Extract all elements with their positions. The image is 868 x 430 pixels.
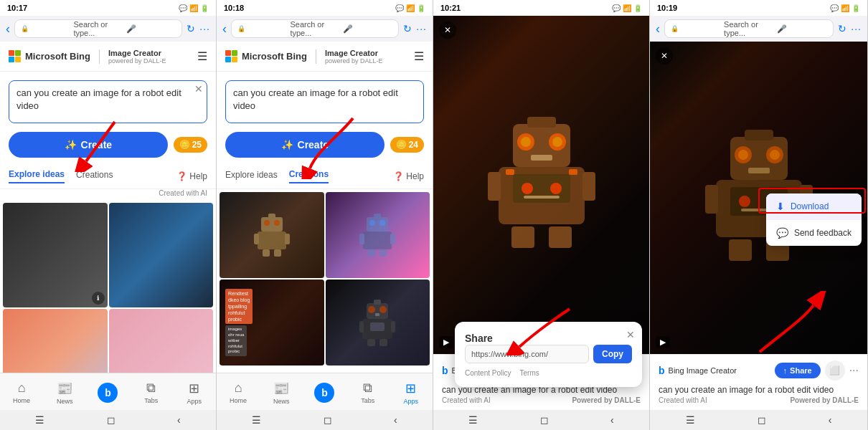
more-button-2[interactable]: ··· (416, 23, 427, 34)
nav-home-1[interactable]: ⌂ Home (6, 381, 37, 404)
copy-button-3[interactable]: Copy (593, 345, 632, 363)
back-ctrl-2[interactable]: ‹ (394, 414, 397, 426)
search-box-2[interactable]: can you create an image for a robot edit… (225, 80, 424, 123)
dropdown-feedback-4[interactable]: 💬 Send feedback (766, 220, 862, 246)
image-creator-label-2: Image Creator powered by DALL-E (325, 49, 383, 64)
share-url-input-3[interactable]: https://www.bing.com/ (465, 345, 589, 363)
back-button-2[interactable]: ‹ (222, 22, 227, 37)
feedback-label-4: Send feedback (794, 228, 852, 238)
dropdown-download-4[interactable]: ⬇ Download (766, 194, 862, 220)
svg-rect-17 (368, 249, 375, 257)
menu-ctrl-2[interactable]: ☰ (252, 414, 261, 426)
news-label-2: News (273, 398, 290, 405)
clear-button-1[interactable]: ✕ (194, 83, 203, 95)
image-grid-2: Rendtestdkeo blogtppallingrohfulutprobic… (217, 189, 433, 368)
nav-home-2[interactable]: ⌂ Home (222, 381, 254, 404)
menu-ctrl-3[interactable]: ☰ (468, 414, 478, 426)
back-ctrl-1[interactable]: ‹ (177, 414, 181, 426)
mic-icon-2[interactable]: 🎤 (343, 24, 392, 34)
create-button-1[interactable]: ✨ Create (9, 132, 168, 158)
home-ctrl-1[interactable]: ◻ (107, 414, 115, 426)
image-pink[interactable] (109, 309, 214, 373)
phone-controls-4: ☰ ◻ ‹ (650, 410, 867, 430)
refresh-button-4[interactable]: ↻ (838, 23, 846, 34)
home-ctrl-4[interactable]: ◻ (758, 414, 766, 426)
nav-news-2[interactable]: 📰 News (265, 381, 297, 405)
address-bar-1[interactable]: 🔒 Search or type... 🎤 (14, 19, 182, 38)
menu-ctrl-1[interactable]: ☰ (35, 414, 44, 426)
hamburger-menu-1[interactable]: ☰ (197, 49, 207, 63)
more-button-1[interactable]: ··· (199, 23, 210, 34)
sq-yellow-2 (232, 57, 237, 62)
share-close-button-3[interactable]: ✕ (626, 329, 635, 340)
image-ring[interactable]: ℹ (3, 203, 108, 307)
content-policy-link-3[interactable]: Content Policy (465, 369, 511, 377)
image-robot4[interactable] (326, 280, 430, 366)
back-button-4[interactable]: ‹ (656, 22, 660, 37)
refresh-button-2[interactable]: ↻ (403, 23, 412, 34)
tab-creations-2[interactable]: Creations (289, 169, 329, 183)
back-button-1[interactable]: ‹ (6, 22, 10, 37)
nav-tabs-1[interactable]: ⧉ Tabs (136, 381, 167, 404)
more-actions-btn-4[interactable]: ··· (849, 364, 859, 377)
terms-link-3[interactable]: Terms (519, 369, 539, 377)
share-action-btn-4[interactable]: ↑ Share (775, 363, 821, 378)
nav-bing-1[interactable]: b (92, 383, 123, 403)
refresh-button-1[interactable]: ↻ (187, 23, 195, 34)
tab-help-1[interactable]: ❓ Help (176, 171, 207, 181)
close-button-3[interactable]: ✕ (439, 22, 456, 39)
home-ctrl-2[interactable]: ◻ (324, 414, 332, 426)
save-btn-4[interactable]: ⬜ (825, 360, 845, 381)
svg-rect-40 (582, 172, 595, 201)
fullscreen-image-3[interactable]: ✕ ▶ (433, 16, 649, 354)
create-icon-2: ✨ (281, 139, 293, 150)
svg-rect-56 (748, 168, 770, 173)
search-text-2: can you create an image for a robot edit… (233, 87, 402, 113)
lock-icon-1: 🔒 (21, 25, 70, 32)
bing-b-icon-4: b (659, 365, 665, 376)
tab-creations-1[interactable]: Creations (76, 170, 113, 183)
nav-apps-1[interactable]: ⊞ Apps (179, 381, 210, 405)
image-info: ℹ (92, 292, 105, 305)
phone-panel-1: 10:17 💬 📶 🔋 ‹ 🔒 Search or type... 🎤 ↻ ··… (0, 0, 217, 430)
home-ctrl-3[interactable]: ◻ (540, 414, 549, 426)
back-ctrl-3[interactable]: ‹ (610, 414, 614, 426)
play-button-4[interactable]: ▶ (656, 336, 670, 348)
image-robot3[interactable]: Rendtestdkeo blogtppallingrohfulutprobic… (220, 280, 324, 366)
nav-tabs-2[interactable]: ⧉ Tabs (352, 381, 384, 404)
mic-icon-4[interactable]: 🎤 (777, 24, 827, 34)
svg-point-4 (274, 220, 280, 226)
search-box-1[interactable]: can you create an image for a robot edit… (9, 80, 207, 123)
tab-explore-1[interactable]: Explore ideas (9, 169, 65, 183)
svg-rect-37 (531, 155, 552, 161)
content-1: can you create an image for a robot edit… (0, 72, 216, 373)
image-robot2[interactable] (326, 192, 430, 278)
nav-news-1[interactable]: 📰 News (49, 381, 80, 405)
card-meta-3: Created with AI Powered by DALL-E (442, 396, 641, 404)
robot3-text: Rendtestdkeo blogtppallingrohfulutprobic (225, 289, 253, 324)
play-button-3[interactable]: ▶ (439, 336, 453, 348)
create-button-2[interactable]: ✨ Create (225, 132, 385, 158)
back-ctrl-4[interactable]: ‹ (829, 414, 832, 426)
nav-apps-2[interactable]: ⊞ Apps (395, 381, 427, 405)
address-bar-2[interactable]: 🔒 Search or type... 🎤 (231, 19, 399, 38)
status-icons-2: 💬 📶 🔋 (395, 4, 425, 12)
hamburger-menu-2[interactable]: ☰ (414, 49, 424, 63)
apps-icon-2: ⊞ (405, 381, 416, 396)
tab-explore-2[interactable]: Explore ideas (225, 170, 278, 183)
menu-ctrl-4[interactable]: ☰ (686, 414, 695, 426)
nav-bing-2[interactable]: b (308, 383, 340, 403)
image-robot1[interactable] (220, 192, 324, 278)
card-source-text-4: Bing Image Creator (669, 366, 737, 375)
close-button-4[interactable]: ✕ (656, 47, 673, 64)
tab-help-2[interactable]: ❓ Help (393, 171, 424, 181)
lock-icon-2: 🔒 (237, 25, 287, 32)
svg-point-13 (379, 220, 385, 226)
mic-icon-1[interactable]: 🎤 (126, 24, 176, 34)
image-tv[interactable] (3, 309, 108, 373)
more-button-4[interactable]: ··· (851, 23, 862, 34)
phone-controls-1: ☰ ◻ ‹ (0, 410, 216, 430)
text-robot3: Rendtestdkeo blogtppallingrohfulutprobic… (220, 280, 324, 366)
image-house[interactable] (109, 203, 214, 307)
address-bar-4[interactable]: 🔒 Search or type... 🎤 (664, 19, 834, 38)
